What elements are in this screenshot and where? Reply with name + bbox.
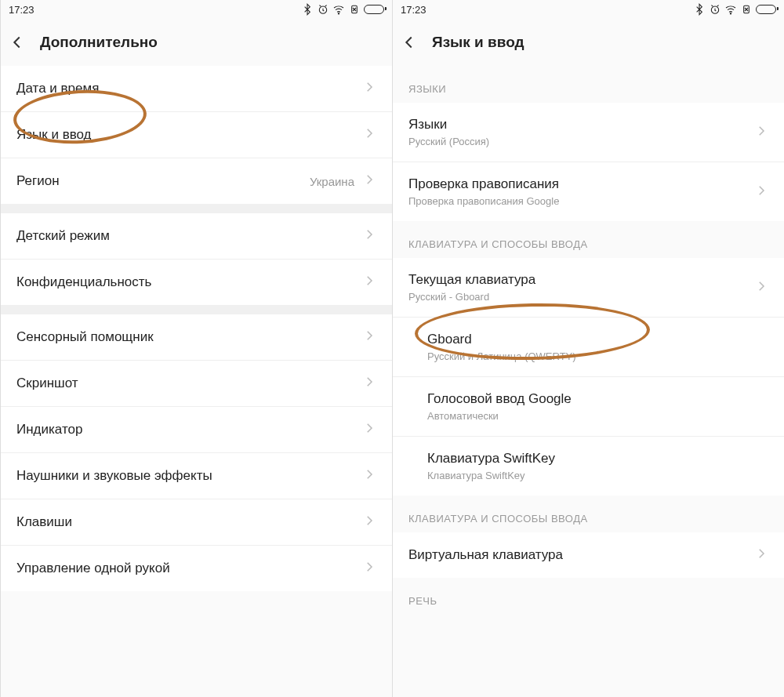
- item-screenshot[interactable]: Скриншот: [1, 361, 392, 407]
- item-sublabel: Русский и Латиница (QWERTY): [427, 350, 576, 362]
- vibrate-icon: [740, 3, 753, 16]
- item-label: Gboard: [427, 332, 576, 347]
- item-datetime[interactable]: Дата и время: [1, 66, 392, 112]
- section-languages: ЯЗЫКИ: [393, 66, 784, 103]
- item-label: Сенсорный помощник: [16, 329, 154, 345]
- item-label: Языки: [408, 117, 489, 133]
- battery-icon: [756, 5, 776, 14]
- item-current-keyboard[interactable]: Текущая клавиатура Русский - Gboard: [393, 258, 784, 318]
- section-input-methods: КЛАВИАТУРА И СПОСОБЫ ВВОДА: [393, 221, 784, 258]
- item-label: Дата и время: [16, 81, 99, 96]
- item-spellcheck[interactable]: Проверка правописания Проверка правописа…: [393, 162, 784, 221]
- chevron-right-icon: [362, 274, 376, 291]
- item-sublabel: Клавиатура SwiftKey: [427, 470, 555, 481]
- back-button[interactable]: [9, 34, 26, 51]
- item-sublabel: Проверка правописания Google: [408, 195, 559, 207]
- item-label: Виртуальная клавиатура: [408, 547, 563, 563]
- item-label: Проверка правописания: [408, 176, 559, 192]
- item-language-input[interactable]: Язык и ввод: [1, 112, 392, 158]
- item-label: Голосовой ввод Google: [427, 391, 572, 407]
- chevron-right-icon: [362, 514, 376, 531]
- chevron-right-icon: [362, 375, 376, 392]
- section-speech: РЕЧЬ: [393, 578, 784, 615]
- status-icons: [301, 3, 384, 16]
- header: Дополнительно: [1, 19, 392, 66]
- item-value: Украина: [310, 175, 354, 188]
- item-sublabel: Русский (Россия): [408, 136, 489, 147]
- chevron-right-icon: [754, 124, 768, 141]
- chevron-right-icon: [362, 560, 376, 577]
- item-region[interactable]: Регион Украина: [1, 158, 392, 204]
- item-indicator[interactable]: Индикатор: [1, 407, 392, 453]
- chevron-right-icon: [362, 467, 376, 485]
- item-label: Индикатор: [16, 422, 82, 437]
- chevron-right-icon: [362, 329, 376, 346]
- item-sublabel: Русский - Gboard: [408, 291, 535, 303]
- item-label: Клавиши: [16, 514, 72, 530]
- svg-point-4: [730, 13, 731, 14]
- item-label: Текущая клавиатура: [408, 272, 535, 288]
- item-label: Язык и ввод: [16, 127, 92, 143]
- phone-left: 17:23 Дополнительно Дата и время Язык и …: [0, 0, 392, 697]
- page-title: Дополнительно: [40, 34, 158, 51]
- status-bar: 17:23: [1, 0, 392, 19]
- chevron-right-icon: [362, 421, 376, 438]
- chevron-right-icon: [362, 227, 376, 245]
- item-privacy[interactable]: Конфиденциальность: [1, 260, 392, 305]
- item-headphones[interactable]: Наушники и звуковые эффекты: [1, 453, 392, 499]
- chevron-right-icon: [754, 279, 768, 296]
- item-label: Детский режим: [16, 228, 110, 244]
- phone-right: 17:23 Язык и ввод ЯЗЫКИ Языки Русский (Р…: [392, 0, 784, 697]
- chevron-right-icon: [362, 126, 376, 143]
- group-divider: [1, 305, 392, 314]
- item-label: Регион: [16, 173, 60, 189]
- settings-list: Дата и время Язык и ввод Регион Украина …: [1, 66, 392, 697]
- vibrate-icon: [348, 3, 361, 16]
- item-label: Клавиатура SwiftKey: [427, 451, 555, 466]
- status-time: 17:23: [9, 4, 34, 16]
- bluetooth-icon: [301, 3, 314, 16]
- item-label: Конфиденциальность: [16, 274, 151, 290]
- item-label: Скриншот: [16, 376, 78, 391]
- alarm-icon: [317, 3, 329, 16]
- item-google-voice[interactable]: Голосовой ввод Google Автоматически: [393, 377, 784, 437]
- chevron-right-icon: [362, 172, 376, 190]
- status-time: 17:23: [401, 4, 426, 16]
- item-gboard[interactable]: Gboard Русский и Латиница (QWERTY): [393, 318, 784, 377]
- alarm-icon: [709, 3, 721, 16]
- item-onehand[interactable]: Управление одной рукой: [1, 546, 392, 591]
- item-swiftkey[interactable]: Клавиатура SwiftKey Клавиатура SwiftKey: [393, 437, 784, 496]
- settings-list: ЯЗЫКИ Языки Русский (Россия) Проверка пр…: [393, 66, 784, 697]
- section-input-methods-2: КЛАВИАТУРА И СПОСОБЫ ВВОДА: [393, 496, 784, 532]
- group-divider: [1, 204, 392, 213]
- battery-icon: [364, 5, 384, 14]
- item-touch-assistant[interactable]: Сенсорный помощник: [1, 314, 392, 361]
- item-childmode[interactable]: Детский режим: [1, 213, 392, 260]
- item-keys[interactable]: Клавиши: [1, 499, 392, 546]
- back-button[interactable]: [401, 34, 418, 51]
- status-bar: 17:23: [393, 0, 784, 19]
- item-label: Наушники и звуковые эффекты: [16, 468, 212, 484]
- page-title: Язык и ввод: [432, 34, 524, 51]
- item-sublabel: Автоматически: [427, 410, 572, 422]
- item-label: Управление одной рукой: [16, 561, 170, 576]
- chevron-right-icon: [362, 80, 376, 97]
- status-icons: [693, 3, 776, 16]
- chevron-right-icon: [754, 183, 768, 201]
- wifi-icon: [724, 3, 737, 16]
- header: Язык и ввод: [393, 19, 784, 66]
- item-languages[interactable]: Языки Русский (Россия): [393, 103, 784, 162]
- item-virtual-keyboard[interactable]: Виртуальная клавиатура: [393, 532, 784, 578]
- svg-point-1: [338, 13, 339, 14]
- chevron-right-icon: [754, 546, 768, 564]
- bluetooth-icon: [693, 3, 706, 16]
- wifi-icon: [332, 3, 345, 16]
